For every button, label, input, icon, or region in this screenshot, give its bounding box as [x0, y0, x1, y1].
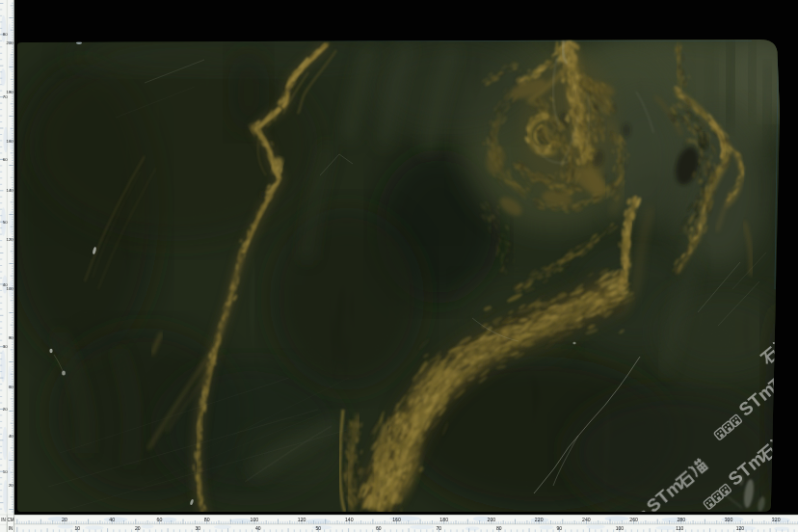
- svg-text:110: 110: [676, 525, 683, 531]
- svg-text:120: 120: [298, 517, 306, 522]
- svg-text:IN: IN: [9, 526, 13, 531]
- svg-text:140: 140: [6, 188, 13, 193]
- svg-text:120: 120: [736, 525, 745, 531]
- svg-text:80: 80: [3, 32, 8, 37]
- svg-text:160: 160: [392, 517, 401, 522]
- svg-text:10: 10: [3, 469, 8, 474]
- svg-text:60: 60: [9, 385, 13, 389]
- svg-text:160: 160: [6, 139, 13, 144]
- svg-text:70: 70: [3, 94, 8, 99]
- svg-text:60: 60: [376, 525, 382, 531]
- svg-text:200: 200: [6, 40, 13, 45]
- svg-text:30: 30: [3, 344, 8, 349]
- svg-text:100: 100: [616, 525, 625, 531]
- svg-text:180: 180: [6, 90, 13, 94]
- svg-text:80: 80: [496, 525, 502, 531]
- svg-text:10: 10: [75, 525, 81, 531]
- svg-text:280: 280: [677, 517, 685, 522]
- svg-text:220: 220: [535, 517, 544, 522]
- svg-text:100: 100: [251, 517, 259, 522]
- svg-text:40: 40: [255, 525, 261, 531]
- svg-text:320: 320: [772, 517, 781, 522]
- svg-text:40: 40: [9, 434, 13, 439]
- svg-text:60: 60: [3, 157, 8, 162]
- svg-text:300: 300: [725, 517, 733, 522]
- svg-text:50: 50: [316, 525, 322, 531]
- svg-text:40: 40: [109, 517, 115, 522]
- svg-text:20: 20: [9, 483, 13, 488]
- svg-text:90: 90: [557, 525, 563, 531]
- svg-text:20: 20: [3, 407, 8, 412]
- svg-text:30: 30: [196, 525, 201, 531]
- svg-text:50: 50: [3, 220, 8, 225]
- svg-text:140: 140: [345, 517, 354, 522]
- svg-text:CM: CM: [7, 518, 13, 522]
- svg-text:240: 240: [582, 517, 591, 522]
- svg-text:120: 120: [6, 237, 13, 242]
- svg-text:20: 20: [135, 525, 141, 531]
- svg-text:IN: IN: [1, 518, 6, 522]
- svg-text:70: 70: [437, 525, 442, 531]
- svg-text:60: 60: [157, 517, 163, 522]
- svg-text:200: 200: [488, 517, 496, 522]
- svg-text:80: 80: [9, 335, 13, 340]
- svg-text:180: 180: [439, 517, 448, 522]
- svg-text:40: 40: [3, 282, 8, 287]
- svg-text:20: 20: [62, 517, 67, 522]
- svg-text:260: 260: [629, 517, 638, 522]
- svg-text:80: 80: [204, 517, 210, 522]
